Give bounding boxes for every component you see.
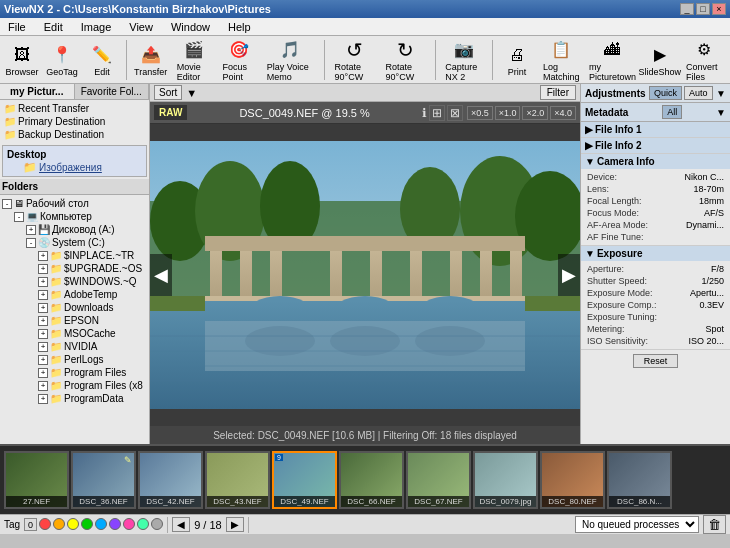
my-picturetown-button[interactable]: 🏙 my Picturetown bbox=[588, 36, 638, 84]
menu-edit[interactable]: Edit bbox=[40, 20, 67, 34]
filter-button[interactable]: Filter bbox=[540, 85, 576, 100]
sort-button[interactable]: Sort bbox=[154, 85, 182, 100]
expand-adobetemp[interactable]: + bbox=[38, 290, 48, 300]
tree-item-drive-a[interactable]: + 💾 Дисковод (A:) bbox=[2, 223, 147, 236]
edit-button[interactable]: ✏️ Edit bbox=[84, 40, 120, 80]
chevron-down-icon[interactable]: ▼ bbox=[716, 88, 726, 99]
tag-dot-0[interactable]: 0 bbox=[24, 518, 37, 531]
camera-info-header[interactable]: ▼ Camera Info bbox=[581, 154, 730, 169]
play-voice-button[interactable]: 🎵 Play Voice Memo bbox=[263, 36, 318, 84]
tree-item-program-files-x86[interactable]: + 📁 Program Files (x8 bbox=[2, 379, 147, 392]
file-info-1-header[interactable]: ▶ File Info 1 bbox=[581, 122, 730, 137]
menu-file[interactable]: File bbox=[4, 20, 30, 34]
expand-program-files[interactable]: + bbox=[38, 368, 48, 378]
next-image-button[interactable]: ▶ bbox=[558, 254, 580, 296]
full-screen-icon[interactable]: ⊞ bbox=[429, 105, 445, 121]
window-controls[interactable]: _ □ × bbox=[680, 3, 726, 15]
tag-dot-5[interactable] bbox=[95, 518, 107, 530]
filmstrip-item-2[interactable]: DSC_42.NEF bbox=[138, 451, 203, 509]
tree-item-programdata[interactable]: + 📁 ProgramData bbox=[2, 392, 147, 405]
close-button[interactable]: × bbox=[712, 3, 726, 15]
tree-item-inplace[interactable]: + 📁 $INPLACE.~TR bbox=[2, 249, 147, 262]
maximize-button[interactable]: □ bbox=[696, 3, 710, 15]
tag-dot-8[interactable] bbox=[137, 518, 149, 530]
browser-button[interactable]: 🖼 Browser bbox=[4, 40, 40, 80]
rotate-ccw-button[interactable]: ↺ Rotate 90°CW bbox=[331, 36, 378, 84]
adj-tab-auto[interactable]: Auto bbox=[684, 86, 713, 100]
menu-help[interactable]: Help bbox=[224, 20, 255, 34]
tree-item-upgrade[interactable]: + 📁 $UPGRADE.~OS bbox=[2, 262, 147, 275]
expand-desktop[interactable]: - bbox=[2, 199, 12, 209]
tag-dot-3[interactable] bbox=[67, 518, 79, 530]
tree-item-adobetemp[interactable]: + 📁 AdobeTemp bbox=[2, 288, 147, 301]
expand-inplace[interactable]: + bbox=[38, 251, 48, 261]
tree-item-program-files[interactable]: + 📁 Program Files bbox=[2, 366, 147, 379]
log-matching-button[interactable]: 📋 Log Matching bbox=[539, 36, 584, 84]
capture-button[interactable]: 📷 Capture NX 2 bbox=[441, 36, 486, 84]
tag-dot-2[interactable] bbox=[53, 518, 65, 530]
tree-item-nvidia[interactable]: + 📁 NVIDIA bbox=[2, 340, 147, 353]
filmstrip-item-7[interactable]: DSC_0079.jpg bbox=[473, 451, 538, 509]
minimize-button[interactable]: _ bbox=[680, 3, 694, 15]
filmstrip-item-9[interactable]: DSC_86.N... bbox=[607, 451, 672, 509]
expand-upgrade[interactable]: + bbox=[38, 264, 48, 274]
tree-item-system-c[interactable]: - 💿 System (C:) bbox=[2, 236, 147, 249]
tag-dot-4[interactable] bbox=[81, 518, 93, 530]
tree-item-computer[interactable]: - 💻 Компьютер bbox=[2, 210, 147, 223]
chevron-down-icon-meta[interactable]: ▼ bbox=[716, 107, 726, 118]
prev-nav-button[interactable]: ◀ bbox=[172, 517, 190, 532]
file-info-2-header[interactable]: ▶ File Info 2 bbox=[581, 138, 730, 153]
filmstrip-item-6[interactable]: DSC_67.NEF bbox=[406, 451, 471, 509]
menu-image[interactable]: Image bbox=[77, 20, 116, 34]
geotag-button[interactable]: 📍 GeoTag bbox=[44, 40, 80, 80]
expand-windows[interactable]: + bbox=[38, 277, 48, 287]
primary-destination[interactable]: 📁 Primary Destination bbox=[2, 115, 147, 128]
slideshow-button[interactable]: ▶ SlideShow bbox=[641, 40, 678, 80]
expand-drive-a[interactable]: + bbox=[26, 225, 36, 235]
recent-transfer[interactable]: 📁 Recent Transfer bbox=[2, 102, 147, 115]
tag-dot-1[interactable] bbox=[39, 518, 51, 530]
meta-tab-all[interactable]: All bbox=[662, 105, 682, 119]
expand-epson[interactable]: + bbox=[38, 316, 48, 326]
zoom-10[interactable]: ×1.0 bbox=[495, 106, 521, 120]
expand-nvidia[interactable]: + bbox=[38, 342, 48, 352]
filmstrip-item-0[interactable]: 27.NEF bbox=[4, 451, 69, 509]
tree-item-msocache[interactable]: + 📁 MSOCache bbox=[2, 327, 147, 340]
expand-system-c[interactable]: - bbox=[26, 238, 36, 248]
zoom-icon[interactable]: ⊠ bbox=[447, 105, 463, 121]
tab-my-pictures[interactable]: my Pictur... bbox=[0, 84, 75, 99]
exposure-header[interactable]: ▼ Exposure bbox=[581, 246, 730, 261]
expand-downloads[interactable]: + bbox=[38, 303, 48, 313]
tree-item-epson[interactable]: + 📁 EPSON bbox=[2, 314, 147, 327]
expand-program-files-x86[interactable]: + bbox=[38, 381, 48, 391]
tag-dot-7[interactable] bbox=[123, 518, 135, 530]
zoom-40[interactable]: ×4.0 bbox=[550, 106, 576, 120]
expand-perllogs[interactable]: + bbox=[38, 355, 48, 365]
filmstrip-item-4[interactable]: 9 DSC_49.NEF bbox=[272, 451, 337, 509]
transfer-button[interactable]: 📤 Transfer bbox=[133, 40, 169, 80]
queue-dropdown[interactable]: No queued processes bbox=[575, 516, 699, 533]
desktop-folder-item[interactable]: 📁 Изображения bbox=[7, 161, 142, 174]
prev-image-button[interactable]: ◀ bbox=[150, 254, 172, 296]
menu-window[interactable]: Window bbox=[167, 20, 214, 34]
zoom-05[interactable]: ×0.5 bbox=[467, 106, 493, 120]
zoom-20[interactable]: ×2.0 bbox=[522, 106, 548, 120]
info-icon[interactable]: ℹ bbox=[422, 106, 427, 120]
backup-destination[interactable]: 📁 Backup Destination bbox=[2, 128, 147, 141]
filmstrip-item-5[interactable]: DSC_66.NEF bbox=[339, 451, 404, 509]
tree-item-perllogs[interactable]: + 📁 PerlLogs bbox=[2, 353, 147, 366]
tree-item-desktop[interactable]: - 🖥 Рабочий стол bbox=[2, 197, 147, 210]
delete-button[interactable]: 🗑 bbox=[703, 515, 726, 534]
rotate-cw-button[interactable]: ↻ Rotate 90°CW bbox=[382, 36, 429, 84]
focus-point-button[interactable]: 🎯 Focus Point bbox=[219, 36, 259, 84]
movie-editor-button[interactable]: 🎬 Movie Editor bbox=[173, 36, 215, 84]
convert-files-button[interactable]: ⚙ Convert Files bbox=[682, 36, 726, 84]
menu-view[interactable]: View bbox=[125, 20, 157, 34]
filmstrip-item-1[interactable]: DSC_36.NEF ✎ bbox=[71, 451, 136, 509]
tag-dot-9[interactable] bbox=[151, 518, 163, 530]
filmstrip-item-3[interactable]: DSC_43.NEF bbox=[205, 451, 270, 509]
play-button[interactable]: ▶ bbox=[226, 517, 244, 532]
tree-item-downloads[interactable]: + 📁 Downloads bbox=[2, 301, 147, 314]
expand-computer[interactable]: - bbox=[14, 212, 24, 222]
tree-item-windows[interactable]: + 📁 $WINDOWS.~Q bbox=[2, 275, 147, 288]
